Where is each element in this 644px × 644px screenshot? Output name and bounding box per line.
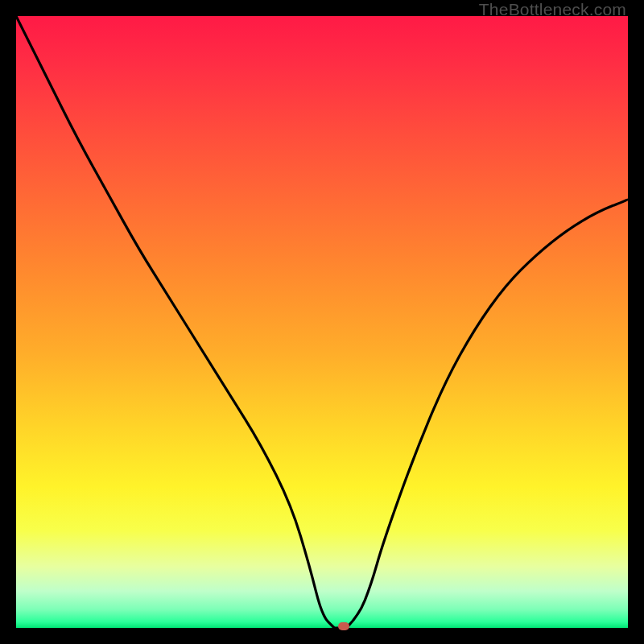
bottleneck-curve-path bbox=[16, 16, 628, 628]
curve-svg bbox=[16, 16, 628, 628]
plot-area bbox=[16, 16, 628, 628]
chart-frame: TheBottleneck.com bbox=[0, 0, 644, 644]
optimal-point-marker bbox=[338, 622, 349, 630]
